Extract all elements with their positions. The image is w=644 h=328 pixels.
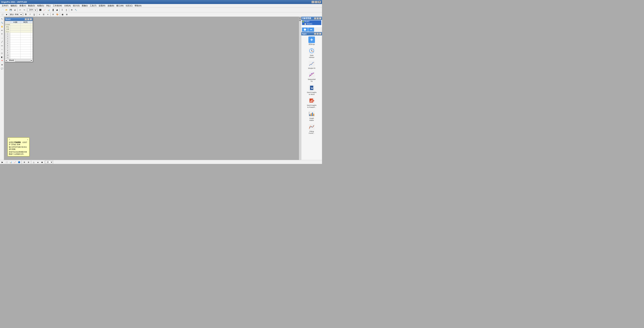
maximize-btn[interactable]: □ bbox=[315, 1, 318, 3]
book1-close[interactable]: ✕ bbox=[30, 18, 32, 20]
cell-11-a[interactable] bbox=[10, 57, 20, 59]
apps-float[interactable]: □ bbox=[316, 33, 319, 35]
align-right-btn[interactable]: ≡ bbox=[46, 13, 50, 16]
obj-manager-close[interactable]: ✕ bbox=[319, 17, 321, 20]
bottom-btn-1[interactable]: ▶ bbox=[0, 160, 4, 164]
bg-color-btn[interactable]: 🎨 bbox=[55, 13, 59, 16]
bottom-btn-2[interactable]: ⬜ bbox=[4, 160, 8, 164]
cell-9-b[interactable] bbox=[20, 52, 30, 54]
apps-minimize[interactable]: ─ bbox=[314, 33, 316, 35]
pan-tool[interactable]: ✋ bbox=[0, 25, 4, 28]
draw-tool[interactable]: ✏ bbox=[0, 29, 4, 32]
cell-longname-a[interactable] bbox=[10, 24, 20, 26]
cell-7-a[interactable] bbox=[10, 47, 20, 49]
mask-tool[interactable]: ◧ bbox=[0, 55, 4, 59]
cell-6-a[interactable] bbox=[10, 45, 20, 47]
data-reader[interactable]: 📍 bbox=[0, 59, 4, 63]
bottom-btn-3[interactable]: 📊 bbox=[9, 160, 13, 164]
cell-4-a[interactable] bbox=[10, 40, 20, 42]
menu-worksheet[interactable]: 工作表(W) bbox=[52, 4, 63, 8]
tool1-btn[interactable]: ⚙ bbox=[70, 8, 74, 12]
bottom-btn-10[interactable]: ◆ bbox=[40, 160, 44, 164]
cell-longname-b[interactable] bbox=[20, 24, 30, 26]
cell-8-a[interactable] bbox=[10, 49, 20, 52]
menu-stats[interactable]: 统计(S) bbox=[72, 4, 81, 8]
ellipse-tool[interactable]: ○ bbox=[0, 48, 4, 51]
menu-view[interactable]: 查看(V) bbox=[18, 4, 27, 8]
app-send-graphs-ppt[interactable]: Send Graphsto PowerP... bbox=[304, 97, 320, 109]
line-tool[interactable]: ╱ bbox=[0, 40, 4, 44]
cell-4-c[interactable] bbox=[31, 40, 33, 42]
sheet-nav-left[interactable]: ◄ bbox=[5, 60, 7, 61]
line-btn[interactable]: 📈 bbox=[42, 8, 46, 12]
italic-btn[interactable]: I bbox=[28, 13, 32, 16]
cell-formula-c[interactable] bbox=[31, 31, 33, 33]
redo-btn[interactable]: ↪ bbox=[22, 8, 26, 12]
cell-formula-b[interactable] bbox=[20, 31, 30, 33]
cell-10-b[interactable] bbox=[20, 54, 30, 57]
zoom-select[interactable]: 230% 100% 150% bbox=[28, 8, 37, 12]
cell-10-a[interactable] bbox=[10, 54, 20, 57]
format-btn1[interactable]: ⬜ bbox=[0, 13, 4, 16]
app-stats-advisor[interactable]: StatsAdvisor bbox=[304, 47, 320, 59]
cell-5-a[interactable] bbox=[10, 42, 20, 45]
menu-plot[interactable]: 绘图(G) bbox=[36, 4, 45, 8]
cell-10-c[interactable] bbox=[31, 54, 33, 57]
tool2-btn[interactable]: 🔧 bbox=[74, 8, 78, 12]
pointer-tool[interactable]: ↖ bbox=[0, 17, 4, 21]
cell-1-b[interactable] bbox=[20, 33, 30, 35]
minimize-btn[interactable]: ─ bbox=[312, 1, 314, 3]
menu-column[interactable]: 列(L) bbox=[45, 4, 52, 8]
menu-edit[interactable]: 编辑(E) bbox=[10, 4, 18, 8]
cell-formula-a[interactable] bbox=[10, 31, 20, 33]
cell-4-b[interactable] bbox=[20, 40, 30, 42]
menu-help[interactable]: 帮助(H) bbox=[134, 4, 142, 8]
pie-btn[interactable]: ◕ bbox=[55, 8, 59, 12]
scatter-btn[interactable]: ⬛ bbox=[38, 8, 42, 12]
cell-9-a[interactable] bbox=[10, 52, 20, 54]
sheet-tab-1[interactable]: Sheet1 bbox=[8, 59, 16, 62]
col-a-header[interactable]: A (X) bbox=[10, 21, 20, 24]
menu-tools[interactable]: 工具(T) bbox=[89, 4, 98, 8]
collapse-btn-2[interactable]: ▼ bbox=[299, 19, 301, 21]
app-sequential-fit[interactable]: SequentialFit bbox=[304, 71, 320, 83]
bottom-btn-7[interactable]: ⊗ bbox=[26, 160, 30, 164]
menu-data[interactable]: 数据(D) bbox=[27, 4, 36, 8]
cell-3-b[interactable] bbox=[20, 38, 30, 40]
cell-2-c[interactable] bbox=[31, 35, 33, 38]
new-btn[interactable]: 📄 bbox=[0, 8, 4, 12]
bottom-btn-4[interactable]: 📈 bbox=[13, 160, 17, 164]
align-center-btn[interactable]: ☰ bbox=[42, 13, 46, 16]
cell-longname-c[interactable] bbox=[31, 24, 33, 26]
bar-btn[interactable]: 📊 bbox=[46, 8, 50, 12]
zoom-tool[interactable]: 🔍 bbox=[0, 21, 4, 25]
col-c-header[interactable] bbox=[31, 21, 33, 24]
sheet-nav-right[interactable]: ► bbox=[31, 60, 32, 61]
cell-7-b[interactable] bbox=[20, 47, 30, 49]
cell-11-c[interactable] bbox=[31, 57, 33, 59]
cell-1-c[interactable] bbox=[31, 33, 33, 35]
stat1-btn[interactable]: Σ bbox=[60, 8, 64, 12]
region-tool[interactable]: ⬡ bbox=[0, 51, 4, 55]
border-btn[interactable]: ▦ bbox=[60, 13, 64, 16]
obj-add-btn[interactable] bbox=[302, 28, 308, 32]
menu-window[interactable]: 窗口(W) bbox=[115, 4, 125, 8]
collapse-btn-1[interactable]: ▲ bbox=[299, 17, 301, 19]
app-send-graphs-word[interactable]: W Send Graphsto Word bbox=[304, 84, 320, 96]
cell-unit-c[interactable] bbox=[31, 26, 33, 28]
screen-reader[interactable]: ⊕ bbox=[0, 63, 4, 67]
cell-6-b[interactable] bbox=[20, 45, 30, 47]
menu-image[interactable]: 图像(I) bbox=[81, 4, 89, 8]
menu-connect[interactable]: 连接(B) bbox=[106, 4, 116, 8]
apps-close[interactable]: ✕ bbox=[319, 33, 321, 35]
underline-btn[interactable]: U bbox=[32, 13, 36, 16]
book1-minimize[interactable]: ─ bbox=[25, 18, 27, 20]
obj-delete-btn[interactable] bbox=[308, 28, 314, 32]
cell-8-c[interactable] bbox=[31, 49, 33, 52]
menu-settings[interactable]: 设置(R) bbox=[98, 4, 106, 8]
menu-analysis[interactable]: 分析(A) bbox=[63, 4, 72, 8]
book1-maximize[interactable]: □ bbox=[27, 18, 30, 20]
cell-1-a[interactable] bbox=[10, 33, 20, 35]
font-size-select[interactable]: 9 10 12 bbox=[19, 13, 23, 16]
menu-community[interactable]: 社区(C) bbox=[125, 4, 134, 8]
